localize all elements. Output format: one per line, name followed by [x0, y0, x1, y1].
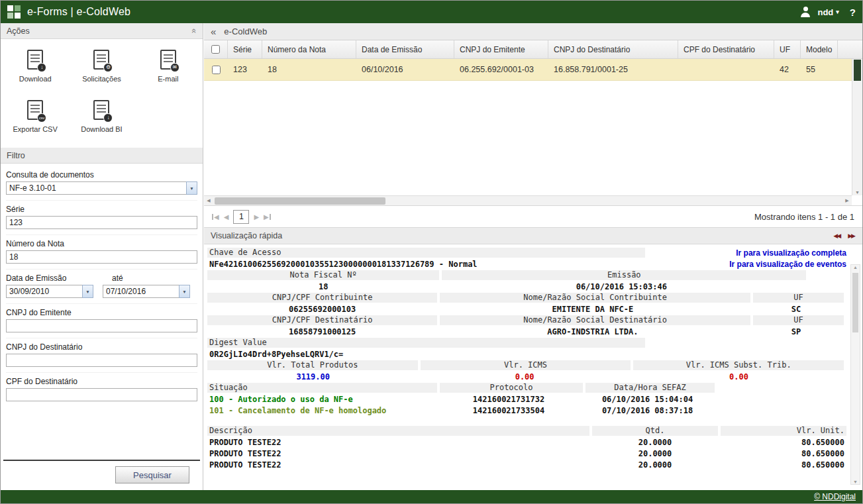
- user-icon: [800, 7, 811, 17]
- results-grid: Série Número da Nota Data de Emissão CNP…: [204, 40, 862, 206]
- nota-fiscal-value: 18: [207, 282, 439, 291]
- search-button[interactable]: Pesquisar: [115, 466, 189, 483]
- grid-horizontal-scrollbar[interactable]: ◀ ▶: [204, 195, 852, 205]
- nome-destinatario-label: Nome/Razão Social Destinatário: [440, 315, 750, 325]
- cnpj-destinatario-value: 16858791000125: [207, 327, 437, 336]
- numero-nota-input[interactable]: [6, 250, 197, 264]
- col-numero-nota[interactable]: Número da Nota: [262, 40, 356, 58]
- app-logo-icon: [7, 5, 21, 19]
- link-visualizacao-eventos[interactable]: Ir para visualização de eventos: [729, 260, 846, 269]
- col-cnpj-destinatario[interactable]: CNPJ do Destinatário: [548, 40, 678, 58]
- protocolo-value: 142160021733504: [437, 406, 580, 415]
- chave-acesso-value: NFe4216100625569200010355123000000018133…: [207, 260, 478, 269]
- scroll-down-icon[interactable]: ▼: [852, 190, 862, 195]
- email-action[interactable]: ✉ E-mail: [135, 50, 201, 83]
- serie-input[interactable]: [6, 216, 197, 229]
- link-visualizacao-completa[interactable]: Ir para visualização completa: [736, 248, 846, 258]
- col-data-emissao[interactable]: Data de Emissão: [356, 40, 454, 58]
- document-download-bi-icon: ↓: [93, 100, 109, 120]
- grid-vertical-scrollbar[interactable]: ▼: [852, 59, 862, 195]
- scrollbar-thumb[interactable]: [854, 60, 861, 81]
- data-emissao-ate-picker[interactable]: ▼: [103, 285, 190, 298]
- select-all-checkbox[interactable]: [211, 45, 220, 54]
- situacao-label: Situação: [207, 383, 437, 393]
- actions-panel-header: Ações «: [1, 23, 203, 39]
- item-descricao: PRODUTO TESTE22: [207, 449, 592, 458]
- scroll-up-icon[interactable]: ▲: [851, 265, 860, 270]
- consulta-value-input[interactable]: [6, 181, 186, 195]
- col-uf[interactable]: UF: [774, 40, 801, 58]
- first-page-button[interactable]: ◀: [212, 213, 219, 221]
- consulta-select[interactable]: ▼: [6, 181, 197, 195]
- scroll-left-icon[interactable]: ◀: [204, 198, 213, 203]
- col-modelo[interactable]: Modelo: [801, 40, 838, 58]
- document-gear-icon: ⚙: [93, 50, 109, 70]
- top-header-bar: e-Forms | e-ColdWeb ndd ▾ ?: [1, 1, 862, 23]
- cnpj-destinatario-label: CNPJ do Destinatário: [6, 342, 197, 352]
- row-checkbox[interactable]: [212, 66, 221, 74]
- collapse-sidebar-icon[interactable]: «: [211, 26, 216, 37]
- col-serie[interactable]: Série: [228, 40, 262, 58]
- qtd-label: Qtd.: [592, 426, 718, 436]
- protocolo-value: 142160021731732: [437, 395, 580, 404]
- nome-contribuinte-label: Nome/Razão Social Contribuinte: [440, 293, 750, 303]
- chevron-down-icon[interactable]: ▼: [186, 181, 197, 195]
- download-action[interactable]: ↓ Download: [2, 50, 68, 83]
- collapse-panel-icon[interactable]: «: [189, 28, 199, 33]
- quickview-panel: Chave de Acesso Ir para visualização com…: [204, 244, 862, 490]
- last-page-button[interactable]: ▶: [264, 213, 271, 221]
- emissao-label: Emissão: [442, 270, 806, 280]
- chevron-down-icon[interactable]: ▼: [179, 285, 190, 298]
- item-vlr-unit: 80.650000: [721, 438, 846, 447]
- quickview-vertical-scrollbar[interactable]: ▲ ▼: [850, 264, 860, 485]
- cnpj-emitente-input[interactable]: [6, 319, 197, 332]
- scroll-right-icon[interactable]: ▶: [842, 198, 852, 203]
- item-descricao: PRODUTO TESTE22: [207, 460, 592, 470]
- cpf-destinatario-input[interactable]: [6, 388, 197, 401]
- solicitacoes-action[interactable]: ⚙ Solicitações: [68, 50, 134, 83]
- document-csv-icon: csv: [27, 100, 43, 120]
- quickview-next-icon[interactable]: ▶▶: [848, 232, 856, 239]
- datahora-value: 07/10/2016 08:37:18: [583, 406, 713, 415]
- action-label: E-mail: [158, 75, 178, 83]
- user-menu[interactable]: ndd ▾: [817, 7, 838, 17]
- data-de-input[interactable]: [6, 285, 82, 298]
- scrollbar-thumb[interactable]: [852, 273, 858, 332]
- chevron-down-icon[interactable]: ▼: [82, 285, 93, 298]
- list-item: PRODUTO TESTE22 20.0000 80.650000: [207, 437, 846, 447]
- col-cnpj-emitente[interactable]: CNPJ do Emitente: [454, 40, 548, 58]
- pagination-bar: ◀ ◀ 1 ▶ ▶ Mostrando itens 1 - 1 de 1: [204, 206, 862, 228]
- cnpj-destinatario-input[interactable]: [6, 354, 197, 367]
- nddigital-link[interactable]: © NDDigital: [814, 492, 856, 501]
- status-row: 100 - Autorizado o uso da NF-e 142160021…: [207, 394, 846, 404]
- next-page-button[interactable]: ▶: [254, 213, 259, 221]
- vlr-icms-st-label: Vlr. ICMS Subst. Trib.: [633, 360, 844, 370]
- quickview-previous-icon[interactable]: ◀◀: [833, 232, 841, 239]
- previous-page-button[interactable]: ◀: [224, 213, 229, 221]
- col-cpf-destinatario[interactable]: CPF do Destinatário: [678, 40, 774, 58]
- status-badge: 100 - Autorizado o uso da NF-e: [207, 395, 437, 404]
- data-emissao-label: Data de Emissão: [6, 274, 93, 283]
- consulta-label: Consulta de documentos: [6, 170, 197, 179]
- data-ate-input[interactable]: [103, 285, 179, 298]
- paging-status: Mostrando itens 1 - 1 de 1: [754, 212, 854, 222]
- numero-nota-label: Número da Nota: [6, 239, 197, 248]
- download-bi-action[interactable]: ↓ Download BI: [68, 100, 134, 133]
- cell-cnpj-destinatario: 16.858.791/0001-25: [548, 59, 678, 80]
- export-csv-action[interactable]: csv Exportar CSV: [2, 100, 68, 133]
- main-panel: « e-ColdWeb Série Número da Nota Data de…: [204, 23, 862, 490]
- main-panel-title: e-ColdWeb: [224, 26, 267, 36]
- help-icon[interactable]: ?: [850, 7, 856, 18]
- cnpj-destinatario-label: CNPJ/CPF Destinatário: [207, 315, 437, 325]
- table-row[interactable]: 123 18 06/10/2016 06.255.692/0001-03 16.…: [204, 59, 862, 81]
- cnpj-contribuinte-label: CNPJ/CPF Contribuinte: [207, 293, 437, 303]
- app-title: e-Forms | e-ColdWeb: [27, 6, 130, 18]
- app-window: e-Forms | e-ColdWeb ndd ▾ ? Ações « ↓ Do…: [0, 0, 863, 504]
- data-emissao-de-picker[interactable]: ▼: [6, 285, 93, 298]
- item-qtd: 20.0000: [592, 438, 718, 447]
- scroll-down-icon[interactable]: ▼: [851, 479, 860, 484]
- item-vlr-unit: 80.650000: [721, 460, 846, 470]
- current-page-box[interactable]: 1: [233, 210, 249, 224]
- scrollbar-thumb[interactable]: [215, 197, 385, 205]
- main-panel-header: « e-ColdWeb: [204, 23, 862, 40]
